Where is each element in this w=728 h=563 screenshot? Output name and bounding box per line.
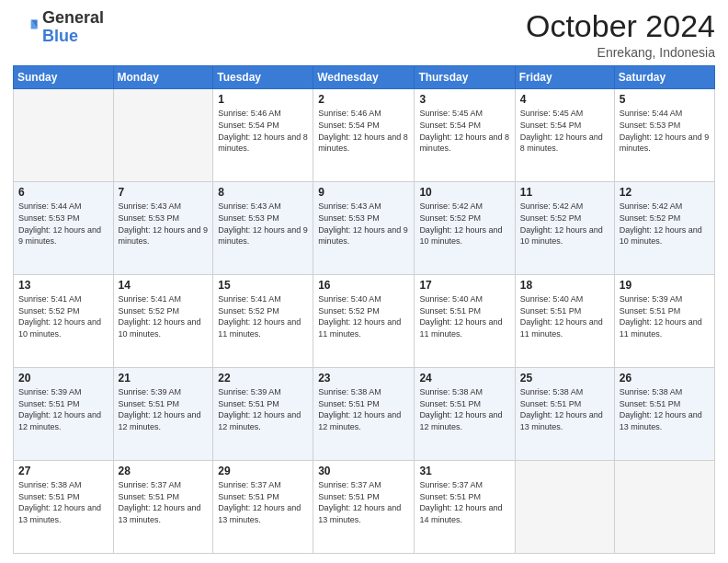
location: Enrekang, Indonesia bbox=[526, 45, 715, 60]
day-number: 26 bbox=[620, 372, 710, 385]
day-number: 9 bbox=[318, 186, 409, 199]
col-friday: Friday bbox=[515, 66, 614, 89]
calendar-week-row: 27Sunrise: 5:38 AM Sunset: 5:51 PM Dayli… bbox=[14, 461, 715, 554]
table-row: 8Sunrise: 5:43 AM Sunset: 5:53 PM Daylig… bbox=[213, 182, 313, 275]
day-info: Sunrise: 5:40 AM Sunset: 5:51 PM Dayligh… bbox=[419, 293, 509, 339]
day-number: 24 bbox=[419, 372, 509, 385]
table-row: 17Sunrise: 5:40 AM Sunset: 5:51 PM Dayli… bbox=[415, 275, 515, 368]
table-row: 13Sunrise: 5:41 AM Sunset: 5:52 PM Dayli… bbox=[14, 275, 114, 368]
table-row: 9Sunrise: 5:43 AM Sunset: 5:53 PM Daylig… bbox=[313, 182, 415, 275]
day-number: 18 bbox=[520, 279, 609, 292]
day-info: Sunrise: 5:46 AM Sunset: 5:54 PM Dayligh… bbox=[318, 108, 409, 154]
day-info: Sunrise: 5:39 AM Sunset: 5:51 PM Dayligh… bbox=[18, 386, 108, 432]
day-info: Sunrise: 5:43 AM Sunset: 5:53 PM Dayligh… bbox=[218, 201, 308, 247]
day-info: Sunrise: 5:42 AM Sunset: 5:52 PM Dayligh… bbox=[419, 201, 509, 247]
day-number: 2 bbox=[318, 93, 409, 106]
day-number: 21 bbox=[119, 372, 209, 385]
day-info: Sunrise: 5:40 AM Sunset: 5:51 PM Dayligh… bbox=[520, 293, 609, 339]
table-row: 26Sunrise: 5:38 AM Sunset: 5:51 PM Dayli… bbox=[614, 368, 714, 461]
day-number: 5 bbox=[620, 93, 710, 106]
day-number: 6 bbox=[18, 186, 108, 199]
table-row: 2Sunrise: 5:46 AM Sunset: 5:54 PM Daylig… bbox=[313, 89, 415, 182]
day-number: 31 bbox=[419, 465, 509, 477]
day-info: Sunrise: 5:40 AM Sunset: 5:52 PM Dayligh… bbox=[318, 293, 409, 339]
day-number: 4 bbox=[520, 93, 609, 106]
logo-icon bbox=[13, 15, 39, 40]
table-row: 18Sunrise: 5:40 AM Sunset: 5:51 PM Dayli… bbox=[515, 275, 614, 368]
table-row: 29Sunrise: 5:37 AM Sunset: 5:51 PM Dayli… bbox=[213, 461, 313, 554]
col-monday: Monday bbox=[113, 66, 213, 89]
table-row: 1Sunrise: 5:46 AM Sunset: 5:54 PM Daylig… bbox=[213, 89, 313, 182]
day-number: 11 bbox=[520, 186, 609, 199]
day-info: Sunrise: 5:38 AM Sunset: 5:51 PM Dayligh… bbox=[18, 479, 108, 525]
title-area: October 2024 Enrekang, Indonesia bbox=[526, 9, 715, 60]
day-info: Sunrise: 5:39 AM Sunset: 5:51 PM Dayligh… bbox=[620, 293, 710, 339]
day-info: Sunrise: 5:38 AM Sunset: 5:51 PM Dayligh… bbox=[318, 386, 409, 432]
table-row: 24Sunrise: 5:38 AM Sunset: 5:51 PM Dayli… bbox=[415, 368, 515, 461]
day-number: 3 bbox=[419, 93, 509, 106]
table-row: 23Sunrise: 5:38 AM Sunset: 5:51 PM Dayli… bbox=[313, 368, 415, 461]
day-info: Sunrise: 5:38 AM Sunset: 5:51 PM Dayligh… bbox=[520, 386, 609, 432]
day-number: 7 bbox=[119, 186, 209, 199]
day-info: Sunrise: 5:41 AM Sunset: 5:52 PM Dayligh… bbox=[119, 293, 209, 339]
day-number: 17 bbox=[419, 279, 509, 292]
table-row: 20Sunrise: 5:39 AM Sunset: 5:51 PM Dayli… bbox=[14, 368, 114, 461]
table-row: 21Sunrise: 5:39 AM Sunset: 5:51 PM Dayli… bbox=[113, 368, 213, 461]
day-number: 13 bbox=[18, 279, 108, 292]
header: General Blue October 2024 Enrekang, Indo… bbox=[13, 9, 715, 60]
logo-general: General bbox=[42, 9, 104, 28]
table-row: 19Sunrise: 5:39 AM Sunset: 5:51 PM Dayli… bbox=[614, 275, 714, 368]
day-number: 8 bbox=[218, 186, 308, 199]
table-row: 30Sunrise: 5:37 AM Sunset: 5:51 PM Dayli… bbox=[313, 461, 415, 554]
table-row: 14Sunrise: 5:41 AM Sunset: 5:52 PM Dayli… bbox=[113, 275, 213, 368]
table-row: 12Sunrise: 5:42 AM Sunset: 5:52 PM Dayli… bbox=[614, 182, 714, 275]
day-number: 12 bbox=[620, 186, 710, 199]
table-row: 15Sunrise: 5:41 AM Sunset: 5:52 PM Dayli… bbox=[213, 275, 313, 368]
day-info: Sunrise: 5:44 AM Sunset: 5:53 PM Dayligh… bbox=[18, 201, 108, 247]
logo-blue: Blue bbox=[42, 28, 104, 46]
day-number: 14 bbox=[119, 279, 209, 292]
day-info: Sunrise: 5:41 AM Sunset: 5:52 PM Dayligh… bbox=[218, 293, 308, 339]
day-number: 15 bbox=[218, 279, 308, 292]
table-row: 5Sunrise: 5:44 AM Sunset: 5:53 PM Daylig… bbox=[614, 89, 714, 182]
day-info: Sunrise: 5:45 AM Sunset: 5:54 PM Dayligh… bbox=[520, 108, 609, 154]
col-tuesday: Tuesday bbox=[213, 66, 313, 89]
col-wednesday: Wednesday bbox=[313, 66, 415, 89]
table-row: 31Sunrise: 5:37 AM Sunset: 5:51 PM Dayli… bbox=[415, 461, 515, 554]
table-row bbox=[614, 461, 714, 554]
table-row: 16Sunrise: 5:40 AM Sunset: 5:52 PM Dayli… bbox=[313, 275, 415, 368]
day-number: 20 bbox=[18, 372, 108, 385]
calendar-week-row: 13Sunrise: 5:41 AM Sunset: 5:52 PM Dayli… bbox=[14, 275, 715, 368]
day-info: Sunrise: 5:46 AM Sunset: 5:54 PM Dayligh… bbox=[218, 108, 308, 154]
day-info: Sunrise: 5:42 AM Sunset: 5:52 PM Dayligh… bbox=[520, 201, 609, 247]
table-row: 22Sunrise: 5:39 AM Sunset: 5:51 PM Dayli… bbox=[213, 368, 313, 461]
day-number: 1 bbox=[218, 93, 308, 106]
table-row: 27Sunrise: 5:38 AM Sunset: 5:51 PM Dayli… bbox=[14, 461, 114, 554]
table-row: 28Sunrise: 5:37 AM Sunset: 5:51 PM Dayli… bbox=[113, 461, 213, 554]
day-info: Sunrise: 5:45 AM Sunset: 5:54 PM Dayligh… bbox=[419, 108, 509, 154]
calendar: Sunday Monday Tuesday Wednesday Thursday… bbox=[13, 65, 715, 554]
day-info: Sunrise: 5:37 AM Sunset: 5:51 PM Dayligh… bbox=[419, 479, 509, 525]
day-number: 29 bbox=[218, 465, 308, 477]
day-number: 30 bbox=[318, 465, 409, 477]
day-info: Sunrise: 5:41 AM Sunset: 5:52 PM Dayligh… bbox=[18, 293, 108, 339]
day-number: 25 bbox=[520, 372, 609, 385]
day-number: 28 bbox=[119, 465, 209, 477]
day-info: Sunrise: 5:39 AM Sunset: 5:51 PM Dayligh… bbox=[218, 386, 308, 432]
table-row bbox=[515, 461, 614, 554]
col-saturday: Saturday bbox=[614, 66, 714, 89]
day-number: 10 bbox=[419, 186, 509, 199]
day-info: Sunrise: 5:37 AM Sunset: 5:51 PM Dayligh… bbox=[318, 479, 409, 525]
day-info: Sunrise: 5:44 AM Sunset: 5:53 PM Dayligh… bbox=[620, 108, 710, 154]
month-title: October 2024 bbox=[526, 9, 715, 43]
table-row bbox=[113, 89, 213, 182]
logo: General Blue bbox=[13, 9, 104, 46]
day-info: Sunrise: 5:38 AM Sunset: 5:51 PM Dayligh… bbox=[419, 386, 509, 432]
table-row: 4Sunrise: 5:45 AM Sunset: 5:54 PM Daylig… bbox=[515, 89, 614, 182]
table-row: 11Sunrise: 5:42 AM Sunset: 5:52 PM Dayli… bbox=[515, 182, 614, 275]
day-info: Sunrise: 5:37 AM Sunset: 5:51 PM Dayligh… bbox=[119, 479, 209, 525]
day-info: Sunrise: 5:43 AM Sunset: 5:53 PM Dayligh… bbox=[119, 201, 209, 247]
col-sunday: Sunday bbox=[14, 66, 114, 89]
table-row bbox=[14, 89, 114, 182]
logo-text: General Blue bbox=[42, 9, 104, 46]
